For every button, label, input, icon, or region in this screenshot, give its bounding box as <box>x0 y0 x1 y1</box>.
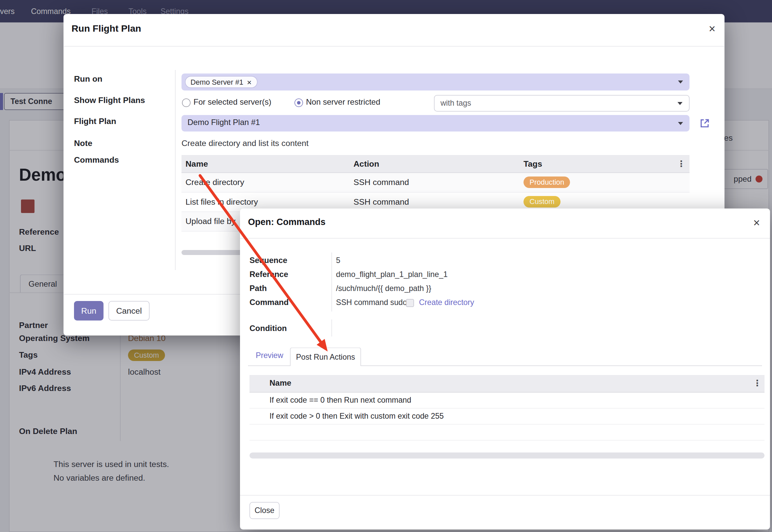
table-row-empty <box>250 425 765 441</box>
commands-modal-title: Open: Commands <box>248 217 326 228</box>
tab-post-run-actions[interactable]: Post Run Actions <box>290 348 361 366</box>
form-label-divider <box>175 70 176 270</box>
table-row[interactable]: Create directory SSH command Production <box>182 173 690 193</box>
table-row[interactable]: If exit code > 0 then Exit with custom e… <box>250 409 765 425</box>
row-action: SSH command <box>354 178 409 187</box>
server-chip-label: Demo Server #1 <box>191 78 243 86</box>
command-value: SSH command sudo <box>336 298 407 307</box>
modal-header-divider <box>240 238 770 239</box>
create-directory-link[interactable]: Create directory <box>419 298 474 307</box>
close-icon[interactable]: × <box>709 23 715 35</box>
reference-label: Reference <box>250 270 288 279</box>
tag-badge: Production <box>524 177 570 188</box>
row-name: List files in directory <box>186 197 258 207</box>
with-tags-select[interactable]: with tags <box>434 95 690 112</box>
cancel-button[interactable]: Cancel <box>109 301 150 321</box>
modal-header-divider <box>64 46 725 47</box>
with-tags-placeholder: with tags <box>441 99 471 108</box>
screen: vers Commands Files Tools Settings Test … <box>0 0 772 532</box>
radio-for-selected-servers-label[interactable]: For selected server(s) <box>194 98 271 107</box>
note-label: Note <box>74 139 92 148</box>
path-label: Path <box>250 284 267 293</box>
sequence-label: Sequence <box>250 256 287 265</box>
tab-preview[interactable]: Preview <box>250 351 290 360</box>
horizontal-scrollbar[interactable] <box>250 453 765 459</box>
note-value: Create directory and list its content <box>182 139 309 148</box>
path-value: /such/much/{{ demo_path }} <box>336 284 431 293</box>
open-commands-modal: Open: Commands × Sequence Reference Path… <box>240 209 770 530</box>
commands-label: Commands <box>74 155 119 165</box>
row-action: SSH command <box>354 197 409 207</box>
radio-for-selected-servers[interactable] <box>182 99 191 107</box>
commands-table-header: Name Action Tags ⋮ <box>182 155 690 173</box>
col-action: Action <box>354 159 379 169</box>
kebab-menu-icon[interactable]: ⋮ <box>753 379 762 388</box>
condition-label: Condition <box>250 324 287 333</box>
col-tags: Tags <box>524 159 542 169</box>
external-link-icon[interactable] <box>699 118 711 129</box>
row-name: If exit code == 0 then Run next command <box>270 396 411 405</box>
reference-value: demo_flight_plan_1_plan_line_1 <box>336 270 448 279</box>
row-name: Create directory <box>186 178 244 187</box>
sequence-value: 5 <box>336 256 340 265</box>
form-label-divider <box>332 320 332 337</box>
chip-remove-icon[interactable]: ✕ <box>247 79 252 86</box>
radio-non-server-restricted[interactable] <box>295 99 303 107</box>
run-modal-title: Run Flight Plan <box>72 23 141 34</box>
run-button[interactable]: Run <box>74 301 104 321</box>
col-name: Name <box>270 379 291 388</box>
flight-plan-value: Demo Flight Plan #1 <box>188 118 260 127</box>
caret-down-icon <box>678 102 683 105</box>
flight-plan-label: Flight Plan <box>74 117 116 126</box>
caret-down-icon <box>678 122 683 125</box>
post-run-table-header: Name ⋮ <box>250 375 765 393</box>
close-button[interactable]: Close <box>250 502 280 519</box>
row-name: If exit code > 0 then Exit with custom e… <box>270 412 444 421</box>
close-icon[interactable]: × <box>753 217 760 229</box>
kebab-menu-icon[interactable]: ⋮ <box>677 160 686 168</box>
table-row[interactable]: If exit code == 0 then Run next command <box>250 393 765 409</box>
run-on-label: Run on <box>74 74 102 84</box>
command-label: Command <box>250 298 289 307</box>
caret-down-icon <box>678 81 683 84</box>
col-name: Name <box>186 159 208 169</box>
row-name: Upload file by <box>186 217 236 226</box>
modal-footer-divider <box>240 495 770 496</box>
run-on-select[interactable]: Demo Server #1✕ <box>182 74 690 91</box>
create-directory-checkbox[interactable] <box>406 299 414 307</box>
radio-non-server-restricted-label[interactable]: Non server restricted <box>306 98 380 107</box>
tag-badge: Custom <box>524 196 561 208</box>
show-flight-plans-label: Show Flight Plans <box>74 96 145 105</box>
form-label-divider <box>332 253 332 312</box>
flight-plan-select[interactable]: Demo Flight Plan #1 <box>182 115 690 132</box>
server-chip[interactable]: Demo Server #1✕ <box>185 76 257 88</box>
